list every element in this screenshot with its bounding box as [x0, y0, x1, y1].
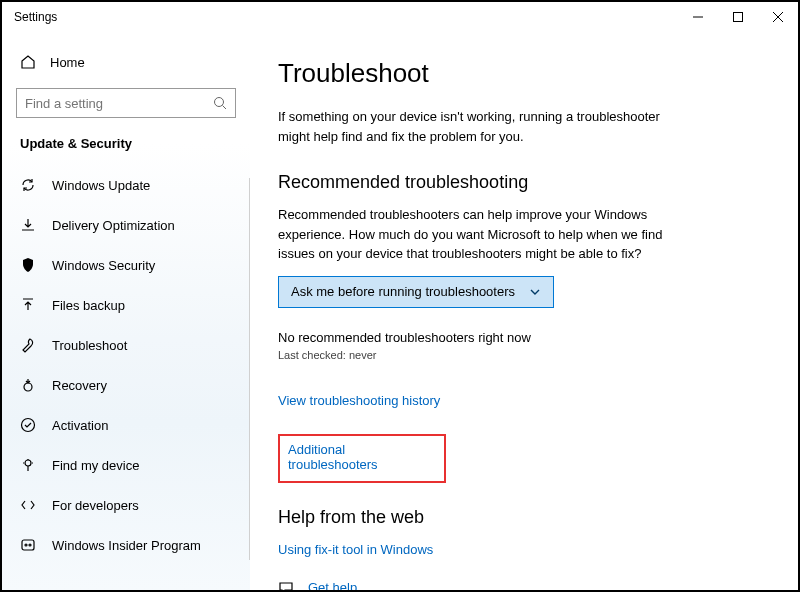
minimize-button[interactable]	[678, 2, 718, 32]
no-recommended-text: No recommended troubleshooters right now	[278, 330, 758, 345]
svg-rect-9	[22, 540, 34, 550]
maximize-button[interactable]	[718, 2, 758, 32]
additional-troubleshooters-highlight: Additional troubleshooters	[278, 434, 446, 483]
get-help-link: Get help	[308, 580, 357, 590]
get-help-row[interactable]: Get help	[278, 580, 758, 591]
download-icon	[20, 217, 36, 233]
sidebar-home[interactable]: Home	[2, 42, 250, 82]
recovery-icon	[20, 377, 36, 393]
sidebar-item-recovery[interactable]: Recovery	[2, 365, 250, 405]
close-button[interactable]	[758, 2, 798, 32]
svg-point-10	[25, 544, 27, 546]
help-heading: Help from the web	[278, 507, 758, 528]
recommended-desc: Recommended troubleshooters can help imp…	[278, 205, 678, 264]
location-icon	[20, 457, 36, 473]
wrench-icon	[20, 337, 36, 353]
sidebar-item-files-backup[interactable]: Files backup	[2, 285, 250, 325]
sidebar-item-for-developers[interactable]: For developers	[2, 485, 250, 525]
intro-text: If something on your device isn't workin…	[278, 107, 678, 146]
sidebar-item-windows-insider[interactable]: Windows Insider Program	[2, 525, 250, 565]
sidebar-item-windows-update[interactable]: Windows Update	[2, 165, 250, 205]
sidebar: Home Update & Security Windows Update De…	[2, 32, 250, 590]
sidebar-item-windows-security[interactable]: Windows Security	[2, 245, 250, 285]
svg-point-4	[215, 98, 224, 107]
chevron-down-icon	[529, 286, 541, 298]
sidebar-divider	[249, 178, 250, 560]
home-icon	[20, 54, 36, 70]
sidebar-item-label: Activation	[52, 418, 108, 433]
sidebar-item-label: Troubleshoot	[52, 338, 127, 353]
search-input[interactable]	[16, 88, 236, 118]
sidebar-item-label: Recovery	[52, 378, 107, 393]
backup-icon	[20, 297, 36, 313]
sidebar-item-delivery-optimization[interactable]: Delivery Optimization	[2, 205, 250, 245]
svg-line-5	[223, 106, 227, 110]
sidebar-item-label: Files backup	[52, 298, 125, 313]
search-icon	[213, 96, 227, 110]
svg-point-6	[24, 383, 32, 391]
svg-point-7	[22, 419, 35, 432]
sync-icon	[20, 177, 36, 193]
svg-rect-1	[734, 13, 743, 22]
sidebar-item-label: Windows Insider Program	[52, 538, 201, 553]
dropdown-value: Ask me before running troubleshooters	[291, 284, 515, 299]
window-title: Settings	[14, 10, 57, 24]
search-field[interactable]	[25, 96, 213, 111]
sidebar-item-label: For developers	[52, 498, 139, 513]
svg-point-8	[25, 460, 31, 466]
sidebar-item-label: Find my device	[52, 458, 139, 473]
sidebar-item-label: Delivery Optimization	[52, 218, 175, 233]
view-history-link[interactable]: View troubleshooting history	[278, 393, 440, 408]
last-checked-text: Last checked: never	[278, 349, 758, 361]
chat-icon	[278, 580, 294, 591]
sidebar-item-label: Windows Update	[52, 178, 150, 193]
page-title: Troubleshoot	[278, 58, 758, 89]
troubleshoot-preference-dropdown[interactable]: Ask me before running troubleshooters	[278, 276, 554, 308]
recommended-heading: Recommended troubleshooting	[278, 172, 758, 193]
additional-troubleshooters-link[interactable]: Additional troubleshooters	[288, 442, 436, 472]
sidebar-item-troubleshoot[interactable]: Troubleshoot	[2, 325, 250, 365]
sidebar-home-label: Home	[50, 55, 85, 70]
window-controls	[678, 2, 798, 32]
sidebar-item-label: Windows Security	[52, 258, 155, 273]
code-icon	[20, 497, 36, 513]
check-circle-icon	[20, 417, 36, 433]
svg-point-11	[29, 544, 31, 546]
fixit-link[interactable]: Using fix-it tool in Windows	[278, 542, 433, 557]
main-content: Troubleshoot If something on your device…	[250, 32, 798, 590]
shield-icon	[20, 257, 36, 273]
insider-icon	[20, 537, 36, 553]
sidebar-item-activation[interactable]: Activation	[2, 405, 250, 445]
sidebar-item-find-my-device[interactable]: Find my device	[2, 445, 250, 485]
sidebar-section-label: Update & Security	[2, 128, 250, 165]
